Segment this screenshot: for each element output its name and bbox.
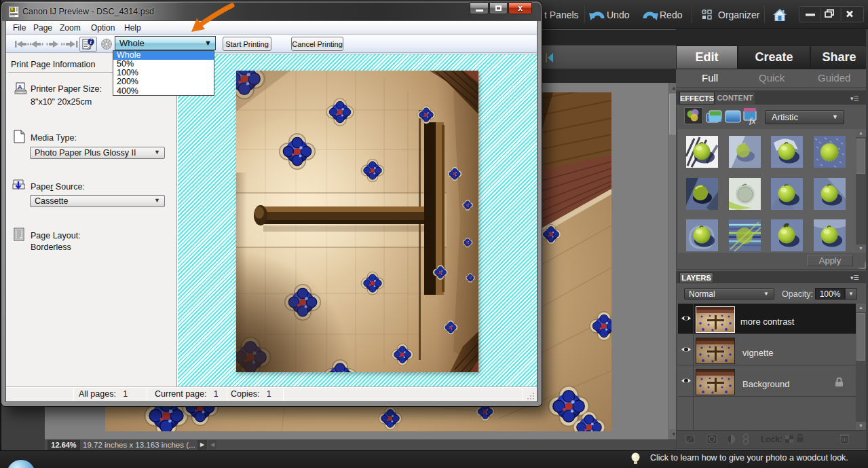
svg-text:fx: fx [749,115,756,125]
